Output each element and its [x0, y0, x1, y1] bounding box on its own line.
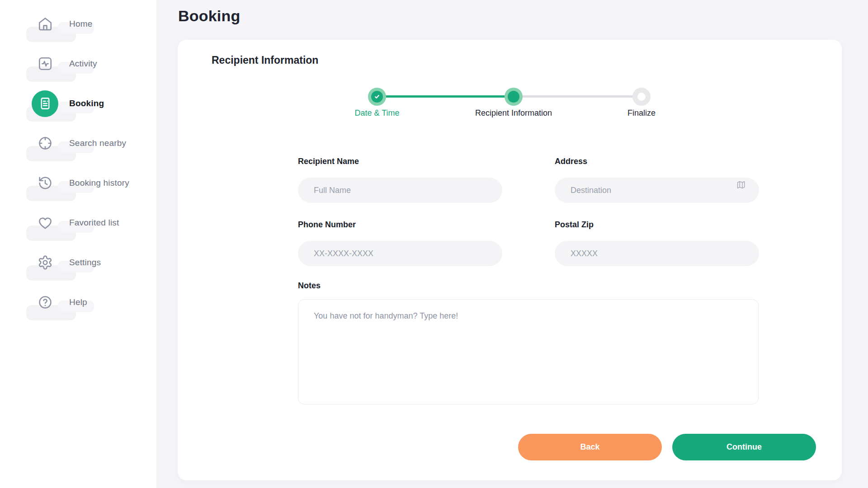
favorited-list-icon [32, 210, 58, 236]
help-icon [32, 289, 58, 316]
sidebar: Home Activity [0, 0, 156, 488]
continue-button[interactable]: Continue [672, 434, 816, 460]
sidebar-item-favorited-list[interactable]: Favorited list [0, 203, 156, 243]
sidebar-item-booking-history[interactable]: Booking history [0, 163, 156, 203]
settings-icon [32, 249, 58, 276]
recipient-name-label: Recipient Name [298, 156, 502, 166]
sidebar-item-search-nearby[interactable]: Search nearby [0, 123, 156, 163]
sidebar-item-label: Settings [69, 258, 101, 267]
page-title: Booking [178, 7, 240, 25]
step-finalize-indicator[interactable] [632, 88, 651, 106]
home-icon [32, 11, 58, 38]
booking-card: Recipient Information Date & Time [178, 40, 842, 480]
step-label-recipient-information: Recipient Information [475, 108, 552, 118]
sidebar-nav: Home Activity [0, 0, 156, 322]
current-step-dot [508, 91, 519, 103]
field-notes: Notes [298, 281, 759, 406]
postal-zip-input[interactable] [555, 241, 759, 266]
sidebar-item-label: Booking history [69, 178, 129, 188]
field-phone-number: Phone Number [298, 220, 502, 266]
notes-label: Notes [298, 281, 759, 291]
address-label: Address [555, 156, 759, 166]
app-root: Home Activity [0, 0, 868, 488]
phone-number-input[interactable] [298, 241, 502, 266]
map-icon[interactable] [736, 179, 746, 190]
notes-textarea[interactable] [298, 299, 759, 404]
postal-zip-label: Postal Zip [555, 220, 759, 230]
sidebar-item-label: Activity [69, 59, 97, 69]
booking-history-icon [32, 170, 58, 197]
sidebar-item-booking[interactable]: Booking [0, 84, 156, 123]
field-address: Address [555, 156, 759, 203]
phone-number-label: Phone Number [298, 220, 502, 230]
sidebar-item-label: Booking [69, 99, 104, 108]
address-input[interactable] [555, 178, 759, 203]
booking-icon [32, 90, 58, 117]
sidebar-item-label: Search nearby [69, 138, 126, 148]
recipient-name-input[interactable] [298, 178, 502, 203]
back-button[interactable]: Back [518, 434, 662, 460]
step-recipient-information-indicator[interactable] [505, 88, 523, 106]
sidebar-item-help[interactable]: Help [0, 282, 156, 322]
card-heading: Recipient Information [212, 54, 318, 66]
step-date-time-indicator[interactable] [368, 88, 386, 106]
main-content: Booking Recipient Information [156, 0, 868, 488]
stepper-line-completed [377, 95, 514, 98]
sidebar-item-label: Help [69, 297, 87, 307]
field-recipient-name: Recipient Name [298, 156, 502, 203]
sidebar-item-home[interactable]: Home [0, 4, 156, 44]
sidebar-item-activity[interactable]: Activity [0, 44, 156, 84]
stepper-line-upcoming [514, 95, 642, 98]
search-nearby-icon [32, 130, 58, 157]
sidebar-item-settings[interactable]: Settings [0, 243, 156, 282]
step-label-finalize: Finalize [627, 108, 656, 118]
check-icon [371, 91, 383, 103]
sidebar-item-label: Favorited list [69, 218, 119, 228]
sidebar-item-label: Home [69, 19, 92, 29]
step-label-date-time: Date & Time [354, 108, 399, 118]
field-postal-zip: Postal Zip [555, 220, 759, 266]
activity-icon [32, 51, 58, 77]
